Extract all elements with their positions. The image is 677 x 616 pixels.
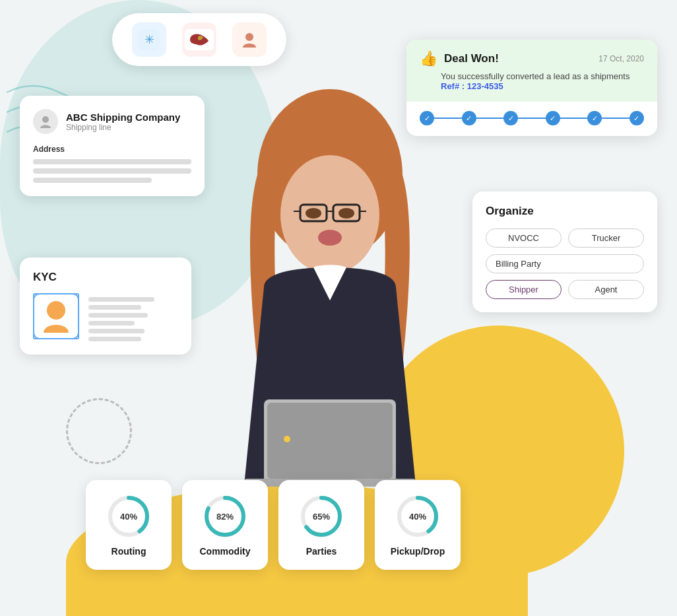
kyc-corner-bl	[33, 331, 41, 339]
kyc-line-1	[88, 297, 154, 302]
donut-label-2: 65%	[313, 512, 330, 522]
progress-line-2	[476, 118, 504, 119]
stat-card-parties: 65% Parties	[278, 480, 364, 570]
progress-step-4: ✓	[546, 111, 560, 125]
abc-company-name: ABC Shipping Company	[66, 112, 180, 123]
donut-2: 65%	[298, 493, 344, 539]
kyc-face-scan-box	[33, 293, 79, 339]
tag-billing-party[interactable]: Billing Party	[486, 254, 644, 273]
deal-header: 👍 Deal Won! 17 Oct, 2020 You successfull…	[406, 40, 657, 102]
abc-info: ABC Shipping Company Shipping line	[66, 112, 180, 132]
donut-0: 40%	[106, 493, 152, 539]
dashed-decoration	[66, 398, 132, 464]
progress-line-1	[434, 118, 462, 119]
progress-line-3	[518, 118, 546, 119]
kyc-corner-tr	[71, 293, 79, 301]
deal-description: You successfully converted a lead as a s…	[441, 71, 644, 81]
svg-point-17	[318, 230, 342, 246]
abc-subtitle: Shipping line	[66, 123, 180, 132]
address-line-2	[33, 168, 191, 174]
progress-step-5: ✓	[587, 111, 602, 125]
organize-card: Organize NVOCC Trucker Billing Party Shi…	[472, 191, 657, 312]
kyc-line-3	[88, 313, 148, 318]
kyc-line-6	[88, 337, 141, 341]
organize-tags: NVOCC Trucker Billing Party Shipper Agen…	[486, 228, 644, 299]
star-logo-icon: ✳	[132, 22, 166, 57]
stats-row: 40% Routing 82% Commodity 65% Parties	[86, 480, 461, 570]
progress-step-2: ✓	[462, 111, 476, 125]
deal-progress-bar: ✓ ✓ ✓ ✓ ✓ ✓	[406, 102, 657, 136]
progress-step-6: ✓	[629, 111, 644, 125]
address-lines	[33, 159, 191, 183]
svg-point-4	[42, 116, 49, 123]
tag-shipper[interactable]: Shipper	[486, 280, 562, 299]
kyc-corner-tl	[33, 293, 41, 301]
deal-date: 17 Oct, 2020	[598, 54, 644, 63]
donut-label-0: 40%	[120, 512, 137, 522]
stat-card-routing: 40% Routing	[86, 480, 172, 570]
svg-point-5	[47, 301, 65, 320]
kyc-card: KYC	[20, 257, 191, 355]
kyc-title: KYC	[33, 271, 178, 284]
kyc-face-icon	[40, 298, 73, 335]
deal-title-left: 👍 Deal Won!	[420, 50, 499, 67]
progress-step-3: ✓	[503, 111, 518, 125]
kyc-line-5	[88, 329, 145, 333]
abc-avatar	[33, 109, 58, 134]
stat-card-commodity: 82% Commodity	[182, 480, 268, 570]
tag-trucker[interactable]: Trucker	[568, 228, 644, 248]
address-line-3	[33, 178, 152, 183]
stat-card-pickup-drop: 40% Pickup/Drop	[375, 480, 461, 570]
kyc-body	[33, 293, 178, 341]
tag-agent[interactable]: Agent	[568, 280, 644, 299]
address-line-1	[33, 159, 191, 164]
person-svg	[172, 89, 488, 518]
stat-name-2: Parties	[306, 546, 337, 557]
stat-name-0: Routing	[112, 546, 146, 557]
donut-1: 82%	[202, 493, 248, 539]
organize-title: Organize	[486, 205, 644, 218]
kyc-line-4	[88, 321, 135, 325]
donut-label-1: 82%	[216, 512, 234, 522]
svg-point-23	[284, 436, 290, 442]
kyc-corner-br	[71, 331, 79, 339]
donut-label-3: 40%	[409, 512, 426, 522]
stat-name-3: Pickup/Drop	[391, 546, 445, 557]
abc-header: ABC Shipping Company Shipping line	[33, 109, 191, 134]
svg-point-16	[338, 208, 354, 219]
qatar-logo-icon	[182, 22, 216, 57]
abc-shipping-card: ABC Shipping Company Shipping line Addre…	[20, 96, 205, 196]
progress-line-5	[602, 118, 629, 119]
deal-title-row: 👍 Deal Won! 17 Oct, 2020	[420, 50, 644, 67]
deal-ref: Ref# : 123-4535	[441, 81, 644, 91]
address-label: Address	[33, 145, 191, 154]
tag-nvocc[interactable]: NVOCC	[486, 228, 562, 248]
svg-point-3	[245, 33, 253, 41]
deal-won-text: Deal Won!	[444, 52, 499, 65]
kyc-info-lines	[88, 293, 154, 341]
svg-text:✳: ✳	[145, 33, 154, 46]
stat-name-1: Commodity	[200, 546, 251, 557]
kyc-line-2	[88, 305, 141, 310]
svg-point-8	[280, 155, 379, 274]
thumbs-up-icon: 👍	[420, 50, 437, 67]
progress-line-4	[560, 118, 588, 119]
person-logo-icon	[232, 22, 267, 57]
deal-won-card: 👍 Deal Won! 17 Oct, 2020 You successfull…	[406, 40, 657, 136]
progress-step-1: ✓	[420, 111, 434, 125]
logos-card: ✳	[112, 13, 286, 66]
svg-point-15	[306, 208, 321, 219]
donut-3: 40%	[395, 493, 441, 539]
